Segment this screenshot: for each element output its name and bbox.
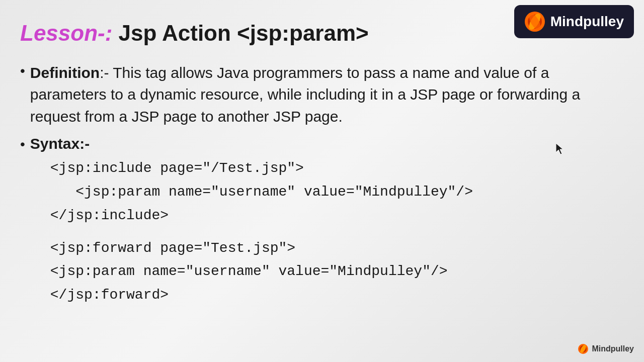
code-line-2-3: </jsp:forward> [50,284,473,307]
logo-small-icon [578,343,589,354]
logo-small: Mindpulley [578,343,634,354]
code-line-1-3: </jsp:include> [50,205,473,227]
code-line-2-2: <jsp:param name="username" value="Mindpu… [50,260,473,283]
code-block-1: <jsp:include page="/Test.jsp"> <jsp:para… [50,157,473,227]
definition-text: Definition:- This tag allows Java progra… [30,62,619,128]
logo-icon [524,11,545,32]
code-block-2: <jsp:forward page="Test.jsp"> <jsp:param… [50,237,473,307]
slide: Mindpulley Lesson-: Jsp Action <jsp:para… [0,0,644,362]
definition-separator: :- [100,64,109,81]
definition-label: Definition [30,64,100,81]
code-line-1-2: <jsp:param name="username" value="Mindpu… [50,181,473,204]
content-area: • Definition:- This tag allows Java prog… [20,62,619,308]
syntax-label: Syntax:- [30,135,473,152]
logo-container: Mindpulley [514,5,634,38]
syntax-content: Syntax:- <jsp:include page="/Test.jsp"> … [30,135,473,308]
title-main: Jsp Action <jsp:param> [112,21,368,45]
logo-small-text: Mindpulley [592,344,634,353]
title-lesson: Lesson-: [20,21,112,45]
bullet-dot-2: • [20,135,25,153]
logo-text: Mindpulley [550,14,624,30]
definition-body: This tag allows Java programmers to pass… [30,64,580,125]
bullet-dot-1: • [20,62,25,80]
code-line-2-1: <jsp:forward page="Test.jsp"> [50,237,473,260]
syntax-bullet: • Syntax:- <jsp:include page="/Test.jsp"… [20,135,619,308]
code-line-1-1: <jsp:include page="/Test.jsp"> [50,157,473,180]
definition-bullet: • Definition:- This tag allows Java prog… [20,62,619,128]
